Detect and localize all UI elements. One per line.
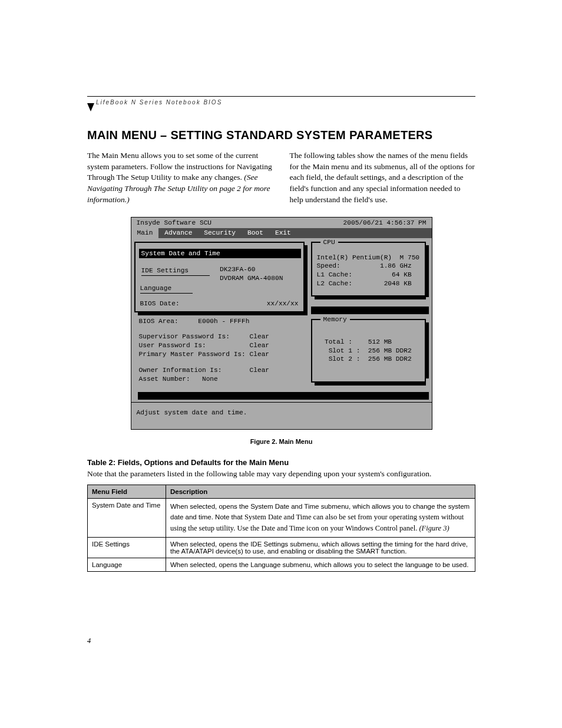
cpu-model: Intel(R) Pentium(R) M 750 xyxy=(317,253,420,262)
th-menu-field: Menu Field xyxy=(88,485,166,499)
cpu-l1-label: L1 Cache: xyxy=(317,271,352,278)
bios-item-ide: IDE Settings xyxy=(141,266,210,276)
figure-caption: Figure 2. Main Menu xyxy=(87,438,475,445)
primary-master-pw-label: Primary Master Password Is: xyxy=(139,351,246,358)
bios-menubar: Main Advance Security Boot Exit xyxy=(131,228,432,238)
memory-slot1-value: 256 MB DDR2 xyxy=(368,347,412,354)
memory-slot2-value: 256 MB DDR2 xyxy=(368,355,412,363)
bios-tab-boot: Boot xyxy=(242,228,269,238)
user-pw-value: Clear xyxy=(250,342,270,349)
bios-help-bar: Adjust system date and time. xyxy=(131,402,432,429)
th-description: Description xyxy=(166,485,475,499)
asset-number-label: Asset Number: xyxy=(139,375,190,383)
intro-right-p1: The following tables show the names of t… xyxy=(290,151,475,204)
supervisor-pw-label: Supervisor Password Is: xyxy=(139,333,230,340)
cpu-box-label: CPU xyxy=(320,238,338,247)
memory-total-label: Total : xyxy=(325,338,352,345)
cpu-speed-value: 1.86 GHz xyxy=(380,262,412,269)
bios-tab-security: Security xyxy=(198,228,242,238)
bios-memory-box: Memory Total : 512 MB Slot 1 : 256 MB DD… xyxy=(311,319,426,383)
cell-description: When selected, opens the IDE Settings su… xyxy=(166,537,475,558)
user-pw-label: User Password Is: xyxy=(139,342,206,349)
table-row: System Date and Time When selected, open… xyxy=(88,499,475,538)
bios-item-datetime: System Date and Time xyxy=(139,249,301,259)
cell-field: Language xyxy=(88,558,166,571)
cell-field: IDE Settings xyxy=(88,537,166,558)
primary-master-pw-value: Clear xyxy=(250,351,270,358)
bios-tab-exit: Exit xyxy=(269,228,297,238)
bios-screenshot: Insyde Software SCU 2005/06/21 4:56:37 P… xyxy=(131,217,432,430)
bios-cpu-box: CPU Intel(R) Pentium(R) M 750 Speed: 1.8… xyxy=(311,242,426,297)
page-title: MAIN MENU – SETTING STANDARD SYSTEM PARA… xyxy=(87,129,475,142)
header-arrow-icon xyxy=(87,103,94,111)
cpu-l2-label: L2 Cache: xyxy=(317,280,352,287)
bios-item-language: Language xyxy=(140,284,193,294)
cell-field: System Date and Time xyxy=(88,499,166,538)
owner-info-value: Clear xyxy=(250,367,270,374)
memory-slot2-label: Slot 2 : xyxy=(329,355,361,363)
bios-ide-dev1: DK23FA-60 xyxy=(220,265,297,274)
fields-table: Menu Field Description System Date and T… xyxy=(87,485,475,572)
bios-tab-main: Main xyxy=(131,228,159,238)
table-note: Note that the parameters listed in the f… xyxy=(87,469,475,479)
bios-left-lower: BIOS Area: E000h - FFFFh Supervisor Pass… xyxy=(134,315,308,390)
owner-info-label: Owner Information Is: xyxy=(139,367,222,374)
running-head: LifeBook N Series Notebook BIOS xyxy=(96,99,222,106)
cpu-l2-value: 2048 KB xyxy=(384,280,412,287)
asset-number-value: None xyxy=(202,375,218,383)
bios-left-panel: System Date and Time IDE Settings DK23FA… xyxy=(134,242,305,312)
cpu-l1-value: 64 KB xyxy=(392,271,412,278)
table-title: Table 2: Fields, Options and Defaults fo… xyxy=(87,458,475,467)
bios-date-value: xx/xx/xx xyxy=(267,299,299,308)
bios-area-value: E000h - FFFFh xyxy=(198,318,249,325)
bios-area-label: BIOS Area: xyxy=(139,318,178,325)
bios-title: Insyde Software SCU xyxy=(137,219,212,228)
memory-box-label: Memory xyxy=(320,315,350,324)
bios-datetime: 2005/06/21 4:56:37 PM xyxy=(343,219,427,228)
bios-ide-dev2: DVDRAM GMA-4080N xyxy=(220,274,297,283)
memory-total-value: 512 MB xyxy=(368,338,392,345)
table-row: Language When selected, opens the Langua… xyxy=(88,558,475,571)
cell-description: When selected, opens the Language submen… xyxy=(166,558,475,571)
intro-right-column: The following tables show the names of t… xyxy=(290,150,476,205)
cpu-speed-label: Speed: xyxy=(317,262,340,269)
intro-left-column: The Main Menu allows you to set some of … xyxy=(87,150,273,205)
supervisor-pw-value: Clear xyxy=(250,333,270,340)
bios-date-label: BIOS Date: xyxy=(140,300,180,307)
cell-description: When selected, opens the System Date and… xyxy=(166,499,475,538)
memory-slot1-label: Slot 1 : xyxy=(329,347,361,354)
bios-tab-advance: Advance xyxy=(158,228,198,238)
table-row: IDE Settings When selected, opens the ID… xyxy=(88,537,475,558)
page-number: 4 xyxy=(87,637,91,645)
